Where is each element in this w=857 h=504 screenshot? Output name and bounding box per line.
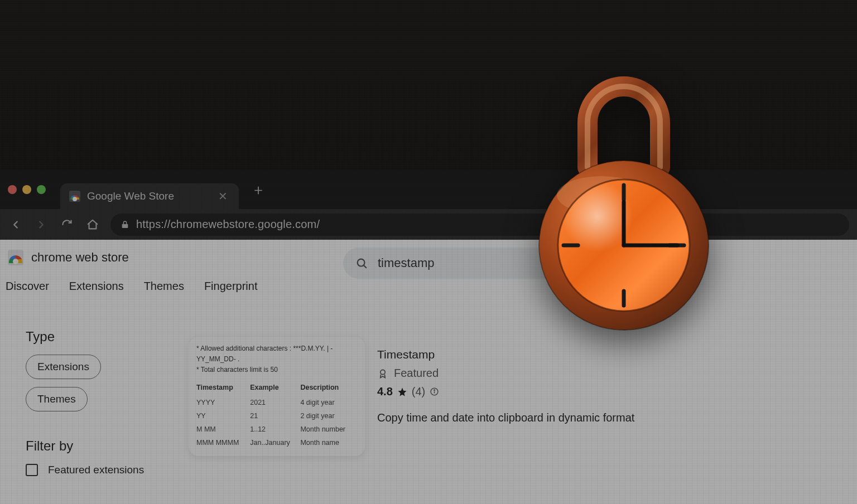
address-bar[interactable]: https://chromewebstore.google.com/ — [110, 214, 849, 236]
browser-window: Google Web Store ✕ ＋ https://chromewebst… — [0, 170, 857, 504]
thumb-table: Timestamp Example Description YYYY 2021 … — [196, 381, 357, 449]
rating-row: 4.8 (4) — [377, 385, 734, 398]
tab-close-button[interactable]: ✕ — [216, 190, 230, 203]
extension-description: Copy time and date into clipboard in dyn… — [377, 411, 734, 424]
result-thumbnail[interactable]: * Allowed additional characters : ***D.M… — [189, 337, 365, 456]
table-row: YYYY 2021 4 digit year — [196, 396, 357, 409]
cell: Month name — [300, 436, 357, 449]
table-row: MMM MMMM Jan..January Month name — [196, 436, 357, 449]
tab-strip: Google Web Store ✕ ＋ — [0, 170, 857, 209]
thumb-th-description: Description — [300, 381, 357, 396]
filter-by-heading: Filter by — [26, 438, 171, 454]
cell: Month number — [300, 423, 357, 436]
store-search-input[interactable] — [378, 256, 660, 270]
info-icon[interactable] — [430, 387, 439, 396]
type-chip-themes[interactable]: Themes — [26, 387, 88, 411]
window-minimize-button[interactable] — [22, 185, 31, 194]
type-chip-extensions[interactable]: Extensions — [26, 355, 101, 379]
svg-line-1 — [364, 265, 366, 268]
thumb-th-timestamp: Timestamp — [196, 381, 250, 396]
svg-point-2 — [381, 370, 385, 374]
svg-point-5 — [434, 390, 435, 390]
filter-featured-row[interactable]: Featured extensions — [26, 464, 171, 476]
cell: 1..12 — [250, 423, 300, 436]
cell: MMM MMMM — [196, 436, 250, 449]
back-button[interactable] — [8, 217, 23, 232]
page-content: chrome web store Discover Extensions The… — [0, 240, 857, 504]
cell: 4 digit year — [300, 396, 357, 409]
new-tab-button[interactable]: ＋ — [243, 180, 273, 200]
rating-value: 4.8 — [377, 385, 393, 398]
cell: M MM — [196, 423, 250, 436]
table-row: YY 21 2 digit year — [196, 409, 357, 423]
featured-extensions-checkbox[interactable] — [26, 464, 38, 476]
cell: 2021 — [250, 396, 300, 409]
nav-fingerprint[interactable]: Fingerprint — [204, 280, 258, 293]
site-lock-icon — [121, 220, 129, 230]
nav-discover[interactable]: Discover — [6, 280, 49, 293]
reload-button[interactable] — [59, 217, 75, 232]
cell: YYYY — [196, 396, 250, 409]
table-row: M MM 1..12 Month number — [196, 423, 357, 436]
nav-extensions[interactable]: Extensions — [69, 280, 124, 293]
featured-badge: Featured — [377, 367, 734, 380]
tab-favicon-icon — [69, 191, 80, 202]
cell: 21 — [250, 409, 300, 423]
filter-sidebar: Type Extensions Themes Filter by Feature… — [26, 329, 171, 476]
window-controls — [8, 185, 46, 194]
star-icon — [397, 387, 407, 397]
store-search-bar[interactable] — [343, 248, 672, 279]
thumb-hint-2: * Total characters limit is 50 — [196, 365, 357, 375]
window-close-button[interactable] — [8, 185, 17, 194]
type-heading: Type — [26, 329, 171, 345]
window-zoom-button[interactable] — [37, 185, 46, 194]
browser-tab[interactable]: Google Web Store ✕ — [60, 183, 239, 209]
store-title: chrome web store — [31, 250, 129, 265]
thumb-th-example: Example — [250, 381, 300, 396]
featured-extensions-label: Featured extensions — [48, 464, 144, 476]
home-button[interactable] — [85, 217, 100, 232]
cell: 2 digit year — [300, 409, 357, 423]
result-details: Timestamp Featured 4.8 (4) Copy time and… — [377, 348, 734, 424]
cell: YY — [196, 409, 250, 423]
forward-button[interactable] — [33, 217, 49, 232]
browser-toolbar: https://chromewebstore.google.com/ — [0, 209, 857, 240]
search-icon — [355, 257, 368, 269]
cell: Jan..January — [250, 436, 300, 449]
nav-themes[interactable]: Themes — [144, 280, 184, 293]
featured-label: Featured — [394, 367, 439, 380]
rating-count: (4) — [412, 385, 425, 398]
tab-title: Google Web Store — [87, 190, 209, 202]
thumb-hint-1: * Allowed additional characters : ***D.M… — [196, 343, 357, 365]
extension-name[interactable]: Timestamp — [377, 348, 734, 361]
chrome-web-store-logo-icon — [8, 250, 23, 265]
address-bar-url: https://chromewebstore.google.com/ — [136, 218, 320, 231]
